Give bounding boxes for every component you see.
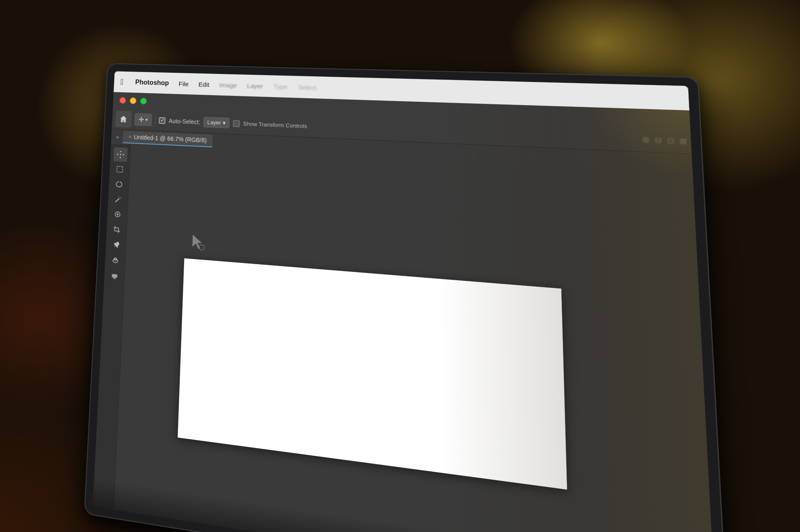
menu-image[interactable]: Image: [214, 80, 242, 91]
laptop-screen-wrapper:  Photoshop File Edit Image Layer Type S…: [85, 64, 726, 532]
spot-healing-button[interactable]: [108, 252, 122, 268]
svg-rect-28: [117, 166, 123, 172]
auto-select-group: ✓ Auto-Select: Layer ▾ Show Transform Co…: [159, 115, 307, 132]
layer-dropdown-arrow: ▾: [222, 120, 226, 126]
svg-line-35: [114, 227, 118, 228]
svg-line-36: [118, 228, 118, 233]
toolbar-divider: [155, 114, 156, 126]
tab-close-button[interactable]: ×: [128, 134, 132, 140]
move-dropdown-arrow: ▾: [145, 117, 148, 123]
menu-type[interactable]: Type: [268, 81, 293, 92]
transform-checkbox[interactable]: [233, 120, 240, 127]
right-toolbar-icons: ⊞ ⊟ ⊡ ⊠: [642, 135, 687, 146]
svg-rect-39: [112, 274, 118, 278]
svg-line-34: [114, 231, 120, 231]
document-canvas: [178, 258, 567, 490]
marquee-tool-button[interactable]: [112, 162, 127, 177]
menu-edit[interactable]: Edit: [193, 79, 214, 90]
move-tool-options[interactable]: ✛ ▾: [134, 113, 152, 126]
svg-point-37: [112, 259, 118, 263]
apple-logo-icon[interactable]: : [120, 77, 124, 86]
layer-dropdown-label: Layer: [207, 119, 221, 126]
eyedropper-button[interactable]: [109, 237, 123, 253]
document-tab-title: Untitled-1 @ 66.7% (RGB/8): [134, 134, 206, 144]
svg-line-29: [115, 198, 119, 202]
healing-brush-button[interactable]: [110, 207, 124, 222]
show-transform-label: Show Transform Controls: [243, 120, 307, 129]
menu-layer[interactable]: Layer: [242, 80, 268, 91]
menu-file[interactable]: File: [174, 78, 194, 89]
move-icon: ✛: [138, 116, 144, 124]
layer-dropdown[interactable]: Layer ▾: [203, 117, 230, 128]
screen:  Photoshop File Edit Image Layer Type S…: [93, 71, 715, 532]
crop-tool-button[interactable]: [110, 222, 124, 237]
home-button[interactable]: [115, 110, 132, 127]
auto-select-label: Auto-Select:: [168, 118, 200, 126]
close-window-button[interactable]: [120, 97, 126, 104]
canvas-area: [114, 145, 715, 532]
menu-select[interactable]: Select: [293, 82, 322, 93]
maximize-window-button[interactable]: [140, 98, 147, 105]
eraser-button[interactable]: [107, 267, 122, 283]
minimize-window-button[interactable]: [130, 98, 136, 104]
menu-photoshop[interactable]: Photoshop: [130, 77, 174, 88]
move-tool-button[interactable]: [113, 147, 128, 162]
auto-select-checkbox[interactable]: ✓: [159, 117, 166, 124]
svg-line-33: [114, 226, 115, 231]
lasso-tool-button[interactable]: [112, 177, 126, 191]
collapse-panels-button[interactable]: »: [114, 133, 121, 141]
magic-wand-button[interactable]: [111, 192, 125, 207]
